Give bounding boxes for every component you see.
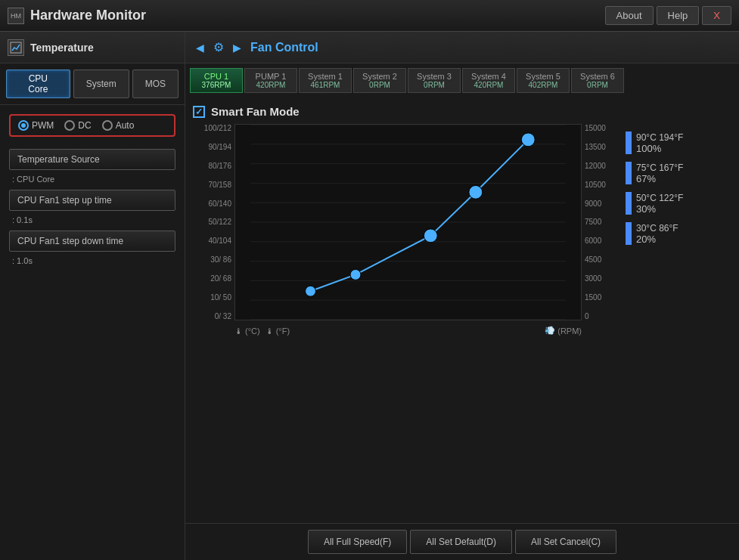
legend-bar-30 [626,222,632,245]
right-panel: ◀ ⚙ ▶ Fan Control CPU 1376RPM PUMP 1420R… [185,32,739,560]
fan-control-title: Fan Control [250,41,318,54]
app-title: Hardware Monitor [30,8,146,23]
fan-speed-grid: CPU 1376RPM PUMP 1420RPM System 1461RPM … [185,63,739,97]
tab-mos[interactable]: MOS [132,70,179,98]
chart-point-5 [521,133,535,147]
chart-with-axes: 100/212 90/194 80/176 70/158 60/140 50/1… [193,124,619,323]
radio-label-auto: Auto [116,120,135,131]
all-full-speed-button[interactable]: All Full Speed(F) [308,530,407,554]
step-down-button[interactable]: CPU Fan1 step down time [9,230,175,252]
radio-dc[interactable]: DC [64,120,91,131]
step-up-button[interactable]: CPU Fan1 step up time [9,190,175,211]
temperature-title: Temperature [30,42,94,54]
chart-svg [234,124,582,320]
close-button[interactable]: X [702,6,731,25]
fan-btn-system5[interactable]: System 5402RPM [517,68,570,93]
y-axis-left: 100/212 90/194 80/176 70/158 60/140 50/1… [193,124,234,320]
tab-cpu-core[interactable]: CPU Core [6,70,70,98]
help-button[interactable]: Help [657,6,700,25]
app-icon: HM [8,8,24,24]
mode-radio-group: PWM DC Auto [9,114,175,137]
left-panel: Temperature CPU Core System MOS PWM DC [0,32,185,560]
chart-bottom-right: 💨 (RPM) [545,326,582,336]
fan-icon-img: ⚙ [213,40,224,54]
fan-btn-system1[interactable]: System 1461RPM [299,68,352,93]
chart-point-2 [350,270,361,280]
radio-circle-auto [102,120,113,131]
temp-source-button[interactable]: Temperature Source [9,149,175,170]
chart-bottom-left: 🌡 (°C) 🌡 (°F) [234,326,290,336]
temp-source-value: : CPU Core [9,173,175,190]
step-up-value: : 0.1s [9,214,175,230]
legend-text-90: 90°C 194°F 100% [636,132,683,154]
step-down-value: : 1.0s [9,255,175,271]
legend-bar-75 [626,162,632,184]
fan-btn-system3[interactable]: System 30RPM [408,68,461,93]
fan-btn-system6[interactable]: System 60RPM [571,68,624,93]
chart-svg-container[interactable] [234,124,582,323]
sfm-label: Smart Fan Mode [211,105,300,118]
fan-control-header: ◀ ⚙ ▶ Fan Control [185,32,739,63]
radio-auto[interactable]: Auto [102,120,135,131]
fan-rpm-icon: 💨 [545,326,555,336]
chart-area: 100/212 90/194 80/176 70/158 60/140 50/1… [193,124,619,336]
temp-icon [8,39,24,56]
legend-bar-90 [626,131,632,154]
fan-btn-pump1[interactable]: PUMP 1420RPM [244,68,297,93]
legend-text-75: 75°C 167°F 67% [636,162,683,184]
title-bar-buttons: About Help X [605,6,731,25]
legend-text-50: 50°C 122°F 30% [636,193,683,215]
radio-circle-dc [64,120,75,131]
radio-label-dc: DC [78,120,91,131]
smart-fan-area: ✓ Smart Fan Mode 100/212 90/194 80/176 7… [185,97,739,523]
temp-tab-row: CPU Core System MOS [0,63,185,105]
about-button[interactable]: About [605,6,654,25]
left-controls: PWM DC Auto Temperature Source : CPU Cor… [0,105,185,560]
fan-arrow-right: ▶ [230,42,244,54]
svg-rect-0 [11,42,21,53]
chart-bottom: 🌡 (°C) 🌡 (°F) 💨 (RPM) [193,326,619,336]
fan-arrow-left: ◀ [193,42,207,54]
legend-bar-50 [626,192,632,215]
title-bar: HM Hardware Monitor About Help X [0,0,739,32]
fan-btn-system4[interactable]: System 4420RPM [462,68,515,93]
all-set-cancel-button[interactable]: All Set Cancel(C) [515,530,616,554]
main-content: Temperature CPU Core System MOS PWM DC [0,32,739,560]
all-set-default-button[interactable]: All Set Default(D) [410,530,512,554]
action-buttons: All Full Speed(F) All Set Default(D) All… [185,523,739,560]
chart-and-legend: 100/212 90/194 80/176 70/158 60/140 50/1… [193,124,731,336]
chart-legend: 90°C 194°F 100% 75°C 167°F 67% [626,124,731,336]
radio-label-pwm: PWM [32,120,54,131]
chart-point-3 [424,229,437,243]
title-bar-left: HM Hardware Monitor [8,8,146,24]
chart-point-1 [306,286,316,296]
legend-text-30: 30°C 86°F 20% [636,223,678,245]
thermometer-icon: 🌡 [234,326,243,336]
tab-system[interactable]: System [73,70,129,98]
fan-btn-cpu1[interactable]: CPU 1376RPM [190,68,243,93]
legend-item-30: 30°C 86°F 20% [626,222,731,245]
sfm-checkbox[interactable]: ✓ [193,106,205,118]
legend-item-50: 50°C 122°F 30% [626,192,731,215]
radio-circle-pwm [18,120,29,131]
smart-fan-title: ✓ Smart Fan Mode [193,105,731,118]
temperature-header: Temperature [0,32,185,63]
chart-point-4 [469,185,483,199]
legend-item-75: 75°C 167°F 67% [626,162,731,184]
y-axis-right: 15000 13500 12000 10500 9000 7500 6000 4… [582,124,619,320]
fan-btn-system2[interactable]: System 20RPM [353,68,406,93]
legend-item-90: 90°C 194°F 100% [626,131,731,154]
radio-pwm[interactable]: PWM [18,120,54,131]
